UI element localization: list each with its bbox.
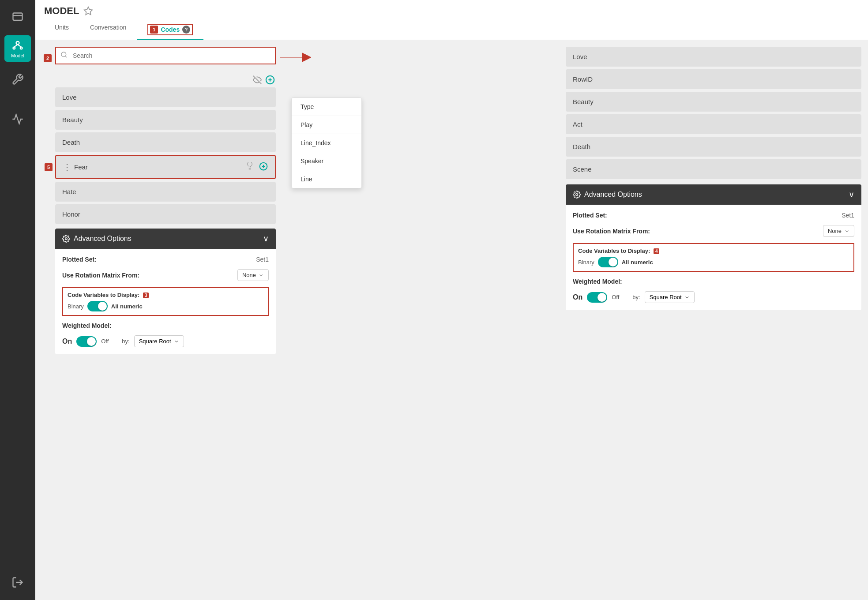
search-input[interactable] — [56, 48, 275, 64]
code-item-beauty[interactable]: Beauty — [55, 110, 276, 130]
tab-codes-label: Codes — [161, 26, 180, 33]
right-toggle-knob — [609, 258, 617, 266]
code-item-death[interactable]: Death — [55, 132, 276, 152]
svg-marker-8 — [84, 7, 92, 15]
nav-export[interactable] — [4, 569, 31, 596]
right-weighted-dropdown[interactable]: Square Root — [645, 291, 695, 303]
left-weighted-value: Square Root — [139, 338, 171, 345]
right-weighted-controls: On Off by: Square Root — [573, 291, 854, 303]
nav-window[interactable] — [4, 4, 31, 31]
nav-tools[interactable] — [4, 66, 31, 93]
tab-number-badge: 1 — [150, 26, 158, 34]
dropdown-item-play[interactable]: Play — [292, 116, 361, 134]
weighted-chevron-right — [684, 295, 690, 300]
bulb-icon[interactable] — [246, 162, 254, 172]
dots-icon: ⋮ — [63, 162, 71, 172]
left-weighted-dropdown[interactable]: Square Root — [134, 335, 184, 347]
right-weighted-knob — [597, 293, 606, 302]
code-item-love[interactable]: Love — [55, 87, 276, 107]
nav-model[interactable]: Model — [4, 35, 31, 62]
add-sub-icon[interactable] — [259, 162, 268, 172]
svg-point-9 — [61, 52, 66, 57]
nav-chart[interactable] — [4, 106, 31, 132]
right-code-rowid[interactable]: RowID — [566, 69, 861, 89]
left-rotation-label: Use Rotation Matrix From: — [62, 272, 139, 279]
left-weighted-toggle[interactable] — [76, 336, 97, 347]
fear-right-icons — [246, 162, 268, 172]
sidebar-nav: Model — [0, 0, 35, 600]
right-weighted-toggle[interactable] — [587, 292, 607, 303]
right-toggle-switch[interactable] — [598, 257, 618, 267]
hide-icon[interactable] — [253, 75, 262, 84]
right-code-scene[interactable]: Scene — [566, 159, 861, 179]
right-weighted-label: Weighted Model: — [573, 278, 622, 285]
add-icon[interactable] — [265, 75, 275, 85]
left-binary-label: Binary — [68, 303, 84, 310]
right-code-act[interactable]: Act — [566, 114, 861, 134]
tab-conversation[interactable]: Conversation — [79, 20, 137, 40]
code-vars-step-right: 4 — [654, 248, 660, 254]
left-advanced-container: Advanced Options ∨ Plotted Set: Set1 Use… — [55, 229, 276, 354]
svg-line-6 — [18, 45, 21, 47]
tabs-container: Units Conversation 1 Codes ? — [44, 20, 859, 40]
dropdown-item-type[interactable]: Type — [292, 98, 361, 116]
left-codes-list: Love Beauty Death 5 ⋮ Fear — [55, 87, 276, 224]
code-vars-step-left: 3 — [143, 292, 149, 298]
left-advanced-header[interactable]: Advanced Options ∨ — [55, 229, 276, 249]
left-code-vars-box: Code Variables to Display: 3 Binary All … — [62, 287, 269, 316]
left-panel: 2 — [35, 40, 282, 600]
code-item-hate[interactable]: Hate — [55, 182, 276, 202]
header: MODEL Units Conversation 1 Codes ? — [35, 0, 868, 40]
code-item-fear[interactable]: 5 ⋮ Fear — [55, 155, 276, 179]
model-title: MODEL — [44, 5, 859, 17]
left-toggle-knob — [98, 302, 107, 311]
left-advanced-label: Advanced Options — [74, 235, 132, 243]
right-advanced-container: Advanced Options ∨ Plotted Set: Set1 Use… — [566, 184, 861, 310]
dropdown-chevron-left — [259, 273, 264, 278]
right-advanced-chevron: ∨ — [849, 190, 854, 199]
code-label-honor: Honor — [62, 210, 80, 218]
dropdown-item-line[interactable]: Line — [292, 170, 361, 188]
svg-point-19 — [576, 194, 578, 196]
svg-line-5 — [14, 45, 18, 47]
left-code-vars-label: Code Variables to Display: 3 — [68, 292, 263, 298]
right-plotted-set-value: Set1 — [842, 212, 854, 219]
left-rotation-dropdown[interactable]: None — [237, 269, 269, 281]
help-icon[interactable]: ? — [182, 26, 190, 34]
model-icon — [83, 6, 93, 16]
right-code-vars-box: Code Variables to Display: 4 Binary All … — [573, 243, 854, 272]
left-off-label: Off — [101, 338, 109, 345]
right-code-love[interactable]: Love — [566, 47, 861, 67]
dropdown-item-speaker[interactable]: Speaker — [292, 152, 361, 170]
tab-units[interactable]: Units — [44, 20, 79, 40]
dropdown-item-lineindex[interactable]: Line_Index — [292, 134, 361, 152]
tab-codes[interactable]: 1 Codes ? — [137, 20, 203, 40]
right-rotation-value: None — [828, 228, 842, 234]
code-item-honor[interactable]: Honor — [55, 204, 276, 224]
top-icons-row — [55, 75, 276, 85]
right-rotation-dropdown[interactable]: None — [823, 225, 854, 237]
code-label-beauty: Beauty — [62, 116, 83, 124]
right-panel: Love RowID Beauty Act Death Scene Advanc… — [559, 40, 868, 600]
right-code-beauty[interactable]: Beauty — [566, 92, 861, 112]
right-rotation-row: Use Rotation Matrix From: None — [573, 225, 854, 237]
right-advanced-header[interactable]: Advanced Options ∨ — [566, 184, 861, 205]
gear-icon-right — [573, 191, 581, 199]
left-toggle-switch[interactable] — [87, 301, 108, 311]
left-weighted-row: Weighted Model: — [62, 322, 269, 329]
panels-container: 2 — [35, 40, 868, 600]
weighted-chevron-left — [174, 339, 179, 344]
left-advanced-title: Advanced Options — [62, 235, 132, 243]
search-icon — [60, 51, 68, 60]
gear-icon-left — [62, 235, 70, 243]
code-label-hate: Hate — [62, 188, 76, 195]
left-advanced-chevron: ∨ — [263, 234, 269, 244]
left-rotation-value: None — [242, 272, 256, 278]
search-wrapper — [55, 47, 276, 64]
dropdown-popup: Type Play Line_Index Speaker Line — [291, 98, 362, 188]
right-all-numeric-label: All numeric — [622, 259, 653, 266]
right-code-death[interactable]: Death — [566, 137, 861, 157]
right-on-label: On — [573, 293, 582, 301]
main-content: MODEL Units Conversation 1 Codes ? 2 — [35, 0, 868, 600]
right-code-vars-label: Code Variables to Display: 4 — [578, 248, 849, 254]
